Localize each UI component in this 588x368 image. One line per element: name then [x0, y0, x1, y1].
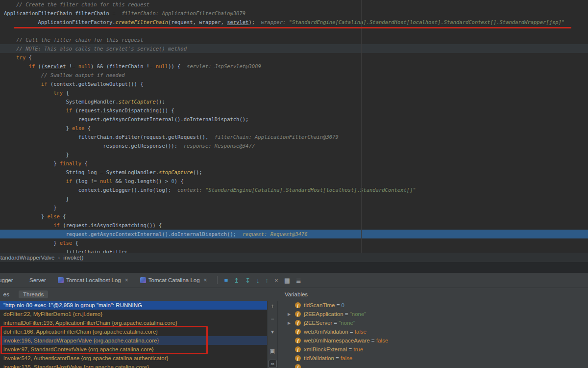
up-the-stack-trace-icon[interactable]: ↑ [266, 277, 269, 284]
tool-tab-tomcat-localhost-log[interactable]: Tomcat Localhost Log× [52, 273, 134, 288]
ide-window: // Create the filter chain for this requ… [0, 0, 588, 368]
inline-debug-value: "StandardEngine[Catalina].StandardHost[l… [289, 19, 565, 25]
code-token: (request, wrapper, [168, 19, 227, 25]
inline-debug-value: wrapper: [255, 19, 289, 25]
tool-tab-tomcat-catalina-log[interactable]: Tomcat Catalina Log× [134, 273, 213, 288]
code-token: (request.isAsyncDispatching()) { [60, 222, 162, 228]
add-watch-icon[interactable]: + [268, 303, 277, 310]
breadcrumb-item-method[interactable]: invoke() [63, 255, 83, 261]
variable-row[interactable]: fwebXmlValidation = false [278, 327, 588, 336]
code-line[interactable]: } [0, 203, 588, 212]
editor-console-splitter[interactable] [0, 262, 588, 273]
code-line[interactable]: if (request.isAsyncDispatching()) { [0, 106, 588, 115]
filter-icon[interactable]: ▾ [268, 328, 277, 336]
variable-row[interactable]: ftldValidation = false [278, 354, 588, 363]
tool-window-tabs: DebuggerServerTomcat Localhost Log×Tomca… [0, 273, 588, 288]
down-the-stack-trace-icon[interactable]: ↓ [256, 277, 260, 284]
code-token: // Swallow output if needed [4, 72, 125, 78]
code-line[interactable]: } else { [0, 124, 588, 132]
stack-frame-row[interactable]: doFilter:166, ApplicationFilterChain {or… [0, 327, 267, 336]
inline-debug-value: request: Request@3476 [239, 231, 307, 237]
code-line[interactable]: // NOTE: This also calls the servlet's s… [0, 44, 588, 53]
view-options-icon[interactable]: ≣ [296, 277, 301, 284]
stack-frame-row[interactable]: invoke:135, StandardHostValve {org.apach… [0, 363, 267, 368]
variable-row[interactable]: f [278, 363, 588, 368]
variable-row[interactable]: fxmlBlockExternal = true [278, 345, 588, 354]
field-icon: f [295, 311, 301, 317]
code-line[interactable]: context.getLogger().info(log); context: … [0, 185, 588, 194]
tool-tab-server[interactable]: Server [24, 273, 52, 288]
code-token: servlet [227, 19, 248, 25]
variable-row[interactable]: ▶fj2EEApplication = "none" [278, 310, 588, 318]
stack-frame-row[interactable]: doFilter:22, MyFilterDemo1 {cn.jl.demo} [0, 310, 267, 318]
tab-label: Tomcat Catalina Log [148, 277, 200, 283]
equals-sign: = [370, 338, 376, 343]
thread-row[interactable]: "http-nio-80-exec-1"@2,959 in group "mai… [0, 301, 267, 310]
stack-frame-row[interactable]: internalDoFilter:193, ApplicationFilterC… [0, 318, 267, 327]
expand-arrow-icon[interactable]: ▶ [288, 312, 295, 316]
code-token: { [72, 240, 78, 246]
code-token [4, 54, 16, 60]
stack-frame-row[interactable]: invoke:542, AuthenticatorBase {org.apach… [0, 354, 267, 363]
code-line[interactable]: if (log != null && log.length() > 0) { [0, 177, 588, 185]
code-line[interactable]: // Create the filter chain for this requ… [0, 0, 588, 9]
code-token: else [48, 213, 60, 219]
code-line[interactable]: request.getAsyncContextInternal().doInte… [0, 115, 588, 124]
code-line[interactable]: filterChain.doFilter(request.getRequest(… [0, 132, 588, 141]
code-line[interactable]: request.getAsyncContextInternal().doInte… [0, 230, 588, 238]
expand-arrow-icon[interactable]: ▶ [288, 321, 295, 325]
remove-watch-icon[interactable]: − [268, 315, 277, 323]
variable-row[interactable]: ftldScanTime = 0 [278, 301, 588, 310]
watch-return-values-icon[interactable]: ∞ [269, 360, 277, 368]
code-editor[interactable]: // Create the filter chain for this requ… [0, 0, 588, 253]
code-line[interactable]: if (context.getSwallowOutput()) { [0, 79, 588, 88]
code-line[interactable]: String log = SystemLogHandler.stopCaptur… [0, 168, 588, 177]
breadcrumb-item-class[interactable]: StandardWrapperValve [0, 255, 54, 261]
view-tab-threads[interactable]: Threads [19, 290, 48, 298]
code-line[interactable]: filterChain.doFilter [0, 247, 588, 253]
copy-stack-icon[interactable]: ▣ [268, 348, 277, 355]
tab-label: Tomcat Localhost Log [66, 277, 121, 283]
code-line[interactable]: response.getResponse()); response: Respo… [0, 141, 588, 150]
code-line[interactable]: } finally { [0, 159, 588, 168]
code-token: { [81, 160, 88, 166]
code-line[interactable]: if ((servlet != null) && (filterChain !=… [0, 62, 588, 71]
code-line[interactable]: try { [0, 88, 588, 97]
field-icon: f [295, 355, 301, 361]
breadcrumb: StandardWrapperValve › invoke() [0, 253, 588, 262]
code-line[interactable]: ApplicationFilterFactory.createFilterCha… [0, 18, 588, 26]
console-toolbar: ≡↥↧↓↑×▦≣ [224, 277, 301, 284]
code-token [4, 222, 53, 228]
code-line[interactable]: } else { [0, 212, 588, 221]
code-line[interactable]: } else { [0, 238, 588, 247]
code-line[interactable]: // Swallow output if needed [0, 71, 588, 79]
close-icon[interactable]: × [204, 277, 207, 284]
code-token: != [66, 63, 78, 69]
code-token: filterChain.doFilter [4, 249, 128, 253]
soft-wrap-icon[interactable]: ≡ [224, 277, 228, 284]
scroll-to-top-icon[interactable]: ↥ [234, 277, 239, 284]
view-tab-frames[interactable]: Frames [3, 290, 12, 298]
code-line[interactable]: try { [0, 53, 588, 62]
restore-layout-icon[interactable]: ▦ [284, 277, 290, 284]
variable-name: webXmlValidation [304, 329, 348, 335]
code-line[interactable]: SystemLogHandler.startCapture(); [0, 97, 588, 106]
code-token: filterChain.doFilter(request.getRequest(… [4, 134, 212, 140]
clear-all-icon[interactable]: × [274, 277, 278, 284]
code-line[interactable]: // Call the filter chain for this reques… [0, 35, 588, 44]
code-token: ) { [174, 178, 184, 184]
code-line[interactable]: if (request.isAsyncDispatching()) { [0, 221, 588, 230]
variable-name: tldValidation [304, 355, 334, 361]
scroll-to-end-icon[interactable]: ↧ [245, 277, 250, 284]
stack-frame-row[interactable]: invoke:97, StandardContextValve {org.apa… [0, 345, 267, 354]
stack-frame-row[interactable]: invoke:196, StandardWrapperValve {org.ap… [0, 336, 267, 345]
variable-row[interactable]: fwebXmlNamespaceAware = false [278, 336, 588, 345]
close-icon[interactable]: × [125, 277, 128, 284]
variable-row[interactable]: ▶fj2EEServer = "none" [278, 318, 588, 327]
code-token: { [84, 125, 91, 131]
code-line[interactable]: ApplicationFilterChain filterChain = fil… [0, 9, 588, 18]
code-line[interactable]: } [0, 150, 588, 159]
tool-tab-debugger[interactable]: Debugger [0, 273, 24, 288]
code-line[interactable]: } [0, 194, 588, 203]
inline-debug-value: response: Response@3477 [177, 143, 255, 149]
